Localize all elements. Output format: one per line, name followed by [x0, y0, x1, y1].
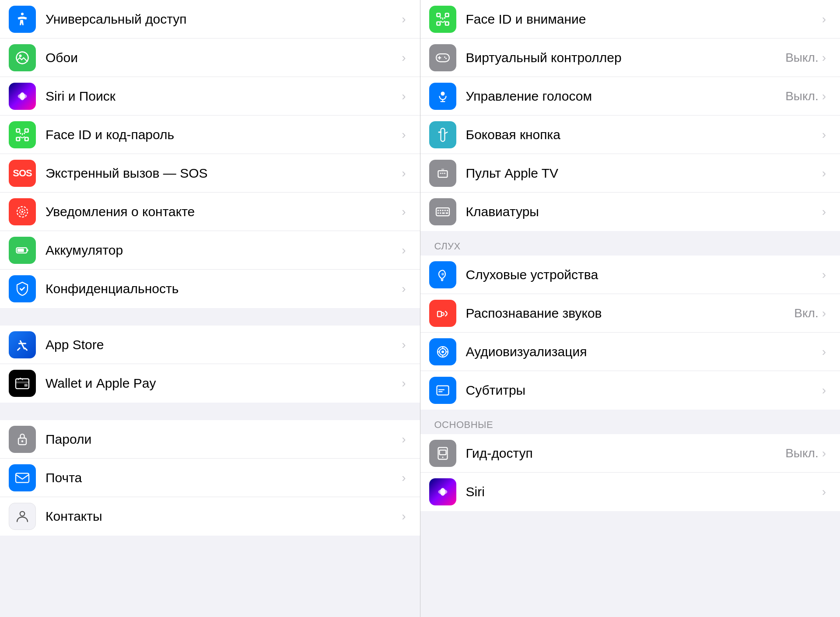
battery-content: Аккумулятор › — [46, 243, 406, 258]
siri-right-item[interactable]: Siri › — [420, 473, 840, 511]
right-column: Face ID и внимание › Виртуальный контрол… — [420, 0, 840, 617]
side-button-item[interactable]: Боковая кнопка › — [420, 116, 840, 154]
chevron-icon: › — [822, 268, 826, 282]
apple-tv-icon — [429, 160, 456, 187]
keyboards-item[interactable]: Клавиатуры › — [420, 193, 840, 231]
contacts-label: Контакты — [46, 509, 102, 524]
svg-point-24 — [20, 512, 25, 516]
wallpaper-content: Обои › — [46, 50, 406, 65]
osnovnye-header: ОСНОВНЫЕ — [420, 410, 840, 434]
wallet-content: Wallet и Apple Pay › — [46, 376, 406, 391]
face-id-label: Face ID и код-пароль — [46, 127, 174, 142]
face-id-content: Face ID и код-пароль › — [46, 127, 406, 142]
sound-recognition-value: Вкл. — [794, 306, 818, 320]
svg-rect-50 — [445, 213, 448, 214]
gamepad-item[interactable]: Виртуальный контроллер Выкл. › — [420, 39, 840, 77]
chevron-icon: › — [402, 243, 406, 257]
gamepad-label: Виртуальный контроллер — [466, 50, 622, 65]
appstore-content: App Store › — [46, 337, 406, 352]
voice-control-item[interactable]: Управление голосом Выкл. › — [420, 77, 840, 116]
appstore-label: App Store — [46, 337, 104, 352]
svg-point-59 — [442, 456, 443, 458]
privacy-item[interactable]: Конфиденциальность › — [0, 270, 420, 308]
appstore-item[interactable]: App Store › — [0, 326, 420, 364]
keyboards-icon — [429, 198, 456, 225]
guided-access-icon — [429, 440, 456, 467]
siri-right-label: Siri — [466, 484, 485, 499]
universal-access-item[interactable]: Универсальный доступ › — [0, 0, 420, 39]
svg-point-30 — [444, 17, 445, 19]
side-button-icon — [429, 121, 456, 148]
audio-vis-item[interactable]: Аудиовизуализация › — [420, 333, 840, 371]
osnovnye-section: ОСНОВНЫЕ — [420, 410, 840, 434]
hearing-devices-item[interactable]: Слуховые устройства › — [420, 256, 840, 294]
chevron-icon: › — [402, 12, 406, 26]
svg-point-2 — [19, 54, 22, 57]
hearing-devices-icon — [429, 261, 456, 288]
guided-access-content: Гид-доступ Выкл. › — [466, 446, 826, 461]
passwords-label: Пароли — [46, 432, 91, 447]
wallpaper-item[interactable]: Обои › — [0, 39, 420, 77]
chevron-icon: › — [402, 89, 406, 103]
keyboards-label: Клавиатуры — [466, 204, 539, 219]
passwords-item[interactable]: Пароли › — [0, 420, 420, 459]
svg-rect-17 — [18, 249, 24, 252]
svg-rect-45 — [444, 210, 445, 211]
contact-notif-content: Уведомления о контакте › — [46, 204, 406, 219]
face-id-right-item[interactable]: Face ID и внимание › — [420, 0, 840, 39]
right-settings-group-1: Face ID и внимание › Виртуальный контрол… — [420, 0, 840, 231]
contact-notif-item[interactable]: Уведомления о контакте › — [0, 193, 420, 231]
sound-recognition-content: Распознавание звуков Вкл. › — [466, 306, 826, 321]
siri-icon — [9, 83, 36, 110]
face-id-right-content: Face ID и внимание › — [466, 12, 826, 27]
left-column: Универсальный доступ › Обои › Si — [0, 0, 420, 617]
sos-item[interactable]: SOS Экстренный вызов — SOS › — [0, 154, 420, 193]
svg-point-14 — [21, 210, 24, 213]
wallet-item[interactable]: Wallet и Apple Pay › — [0, 364, 420, 403]
settings-group-1: Универсальный доступ › Обои › Si — [0, 0, 420, 308]
audio-vis-icon — [429, 338, 456, 365]
svg-point-0 — [21, 13, 24, 15]
svg-rect-41 — [436, 208, 449, 216]
face-id-right-icon — [429, 6, 456, 33]
face-id-item[interactable]: Face ID и код-пароль › — [0, 116, 420, 154]
siri-label: Siri и Поиск — [46, 89, 116, 104]
svg-point-38 — [442, 172, 443, 174]
svg-point-11 — [24, 133, 25, 134]
siri-item[interactable]: Siri и Поиск › — [0, 77, 420, 116]
siri-right-content: Siri › — [466, 484, 826, 499]
chevron-icon: › — [402, 128, 406, 142]
contact-notif-label: Уведомления о контакте — [46, 204, 195, 219]
svg-point-10 — [20, 133, 21, 134]
subtitles-item[interactable]: Субтитры › — [420, 371, 840, 410]
right-settings-group-3: Гид-доступ Выкл. › Siri › — [420, 434, 840, 511]
guided-access-item[interactable]: Гид-доступ Выкл. › — [420, 434, 840, 473]
universal-access-label: Универсальный доступ — [46, 12, 187, 27]
svg-rect-9 — [25, 137, 28, 141]
svg-rect-26 — [445, 13, 449, 17]
svg-rect-27 — [437, 22, 440, 25]
svg-rect-40 — [441, 168, 444, 170]
apple-tv-item[interactable]: Пульт Apple TV › — [420, 154, 840, 193]
chevron-icon: › — [402, 51, 406, 65]
svg-point-32 — [444, 56, 445, 58]
chevron-icon: › — [822, 345, 826, 359]
mail-content: Почта › — [46, 470, 406, 485]
chevron-icon: › — [402, 376, 406, 390]
contacts-item[interactable]: Контакты › — [0, 497, 420, 536]
mail-item[interactable]: Почта › — [0, 459, 420, 497]
battery-item[interactable]: Аккумулятор › — [0, 231, 420, 270]
svg-rect-16 — [27, 249, 28, 251]
svg-point-62 — [441, 491, 444, 493]
svg-rect-49 — [442, 213, 444, 214]
svg-point-33 — [445, 58, 447, 59]
battery-icon — [9, 237, 36, 264]
sos-label: Экстренный вызов — SOS — [46, 166, 208, 181]
svg-point-37 — [440, 172, 441, 174]
hearing-devices-label: Слуховые устройства — [466, 267, 598, 282]
voice-control-content: Управление голосом Выкл. › — [466, 89, 826, 104]
sound-recognition-item[interactable]: Распознавание звуков Вкл. › — [420, 294, 840, 333]
svg-rect-25 — [437, 13, 440, 17]
face-id-icon — [9, 121, 36, 148]
siri-content: Siri и Поиск › — [46, 89, 406, 104]
